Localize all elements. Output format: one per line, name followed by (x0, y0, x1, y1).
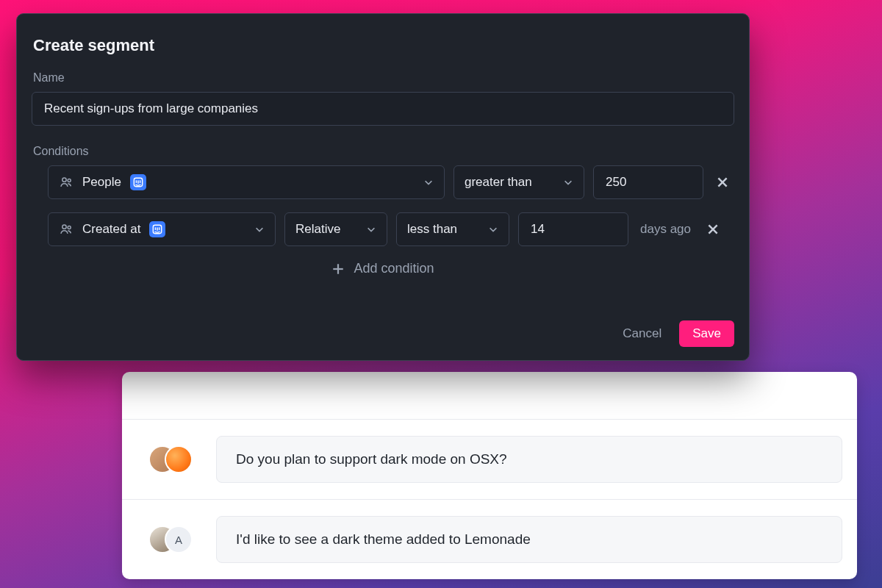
condition-field-label: People (82, 175, 121, 190)
condition-suffix: days ago (637, 222, 694, 237)
condition-operator-select[interactable]: less than (396, 212, 509, 246)
modal-title: Create segment (33, 36, 733, 55)
segment-name-input[interactable] (32, 92, 734, 126)
modal-footer: Cancel Save (32, 320, 734, 347)
condition-operator-label: greater than (465, 175, 532, 190)
add-condition-button[interactable]: Add condition (32, 261, 734, 276)
remove-condition-button[interactable] (712, 172, 733, 193)
svg-point-8 (62, 225, 66, 229)
avatar (165, 445, 193, 473)
intercom-chip-icon (149, 221, 165, 237)
condition-row: People greater than (48, 165, 733, 199)
feedback-card: Do you plan to support dark mode on OSX?… (122, 372, 857, 579)
cancel-button[interactable]: Cancel (618, 322, 666, 345)
people-icon (59, 175, 74, 190)
condition-mode-label: Relative (295, 222, 340, 237)
save-button[interactable]: Save (679, 320, 734, 347)
condition-value-input[interactable] (593, 165, 703, 199)
condition-field-select[interactable]: Created at (48, 212, 276, 246)
condition-operator-label: less than (407, 222, 457, 237)
condition-operator-select[interactable]: greater than (453, 165, 584, 199)
chevron-down-icon (423, 177, 434, 187)
chevron-down-icon (366, 224, 376, 234)
condition-field-label: Created at (82, 222, 140, 237)
people-icon (59, 222, 74, 237)
create-segment-modal: Create segment Name Conditions People (16, 13, 750, 361)
svg-point-9 (68, 226, 71, 229)
feedback-row[interactable]: A I'd like to see a dark theme added to … (122, 499, 857, 579)
remove-condition-button[interactable] (703, 219, 723, 240)
name-label: Name (33, 71, 733, 85)
intercom-chip-icon (130, 174, 146, 190)
condition-field-select[interactable]: People (48, 165, 445, 199)
feedback-text: Do you plan to support dark mode on OSX? (216, 436, 842, 483)
add-condition-label: Add condition (354, 261, 434, 276)
chevron-down-icon (488, 224, 498, 234)
feedback-text: I'd like to see a dark theme added to Le… (216, 516, 842, 563)
condition-mode-select[interactable]: Relative (284, 212, 387, 246)
feedback-row[interactable]: Do you plan to support dark mode on OSX? (122, 419, 857, 499)
condition-value-input[interactable] (518, 212, 628, 246)
chevron-down-icon (254, 224, 265, 234)
conditions-label: Conditions (33, 145, 733, 158)
svg-point-0 (62, 178, 66, 182)
plus-icon (331, 262, 345, 276)
condition-row: Created at Relative less than (48, 212, 733, 246)
avatar-stack (148, 443, 196, 476)
avatar-letter: A (165, 526, 193, 553)
svg-point-1 (68, 179, 71, 182)
avatar-stack: A (148, 523, 196, 556)
chevron-down-icon (563, 177, 573, 187)
